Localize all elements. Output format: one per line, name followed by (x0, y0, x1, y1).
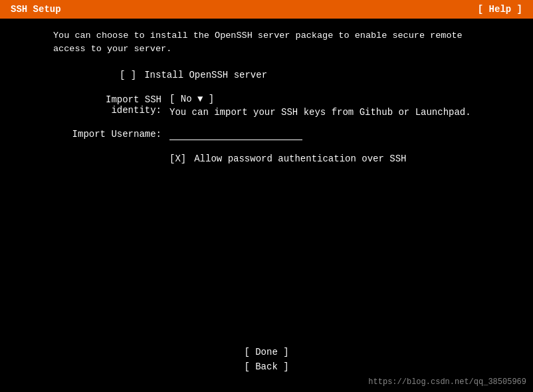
back-button[interactable]: [ Back ] (230, 361, 303, 372)
allow-password-label: Allow password authentication over SSH (194, 153, 406, 164)
import-username-label: Import Username: (53, 128, 169, 140)
header-title: SSH Setup (11, 4, 61, 15)
description-line2: access to your server. (53, 44, 171, 54)
install-openssh-row[interactable]: [ ] Install OpenSSH server (120, 70, 480, 80)
install-openssh-label: Install OpenSSH server (144, 70, 267, 80)
import-ssh-identity-hint: You can import your SSH keys from Github… (169, 107, 471, 118)
import-username-row: Import Username: (53, 128, 480, 140)
install-checkbox[interactable]: [ ] (120, 70, 136, 80)
allow-password-row[interactable]: [X] Allow password authentication over S… (169, 153, 480, 164)
help-button[interactable]: [ Help ] (478, 4, 522, 15)
description-line1: You can choose to install the OpenSSH se… (53, 31, 463, 41)
header: SSH Setup [ Help ] (0, 0, 533, 19)
done-button[interactable]: [ Done ] (230, 347, 303, 357)
content-area: You can choose to install the OpenSSH se… (0, 19, 533, 175)
import-username-input[interactable] (169, 128, 302, 140)
import-ssh-identity-label: Import SSH identity: (53, 94, 169, 116)
import-ssh-identity-row: Import SSH identity: [ No ▼ ] You can im… (53, 94, 480, 118)
footer: [ Done ] [ Back ] (230, 347, 303, 372)
description: You can choose to install the OpenSSH se… (53, 29, 480, 56)
allow-password-checkbox[interactable]: [X] (169, 153, 186, 164)
import-ssh-identity-dropdown[interactable]: [ No ▼ ] (169, 94, 471, 104)
import-ssh-identity-content: [ No ▼ ] You can import your SSH keys fr… (169, 94, 471, 118)
watermark: https://blog.csdn.net/qq_38505969 (368, 377, 526, 387)
